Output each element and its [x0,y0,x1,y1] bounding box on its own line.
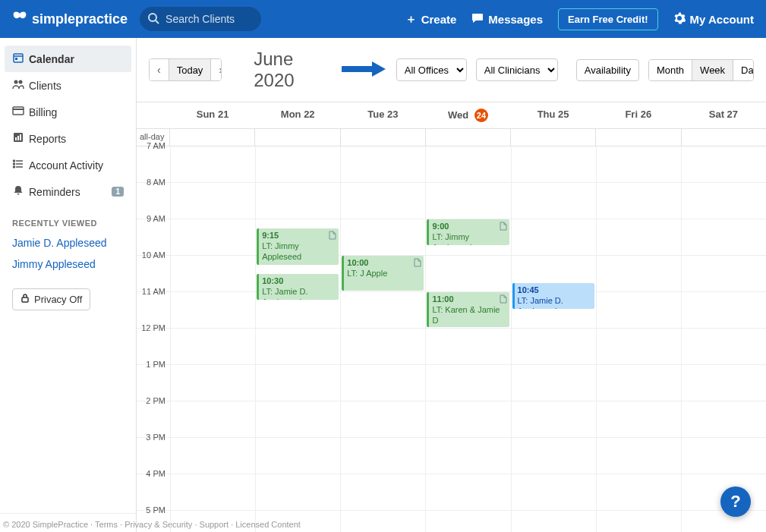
chevron-right-icon: › [219,64,222,76]
chat-icon [471,12,484,27]
document-icon [329,231,336,243]
messages-button[interactable]: Messages [471,12,543,27]
calendar-body: 7 AM8 AM9 AM10 AM11 AM12 PM1 PM2 PM3 PM4… [137,146,766,532]
sidebar-item-label: Clients [29,80,61,92]
view-week[interactable]: Week [692,60,733,80]
arrow-annotation-icon [342,60,387,80]
allday-cell[interactable] [595,129,680,146]
allday-cell[interactable] [425,129,510,146]
calendar-event[interactable]: 10:30LT: Jamie D. Appleseed [257,274,339,300]
hour-label: 1 PM [137,360,170,395]
event-label: LT: J Apple [347,269,387,278]
hour-label: 10 AM [137,250,170,286]
earn-credit-button[interactable]: Earn Free Credit! [558,8,657,30]
sidebar-item-reminders[interactable]: Reminders1 [0,178,136,205]
recent-link[interactable]: Jimmy Appleseed [0,253,136,275]
today-button[interactable]: Today [169,59,211,80]
event-label: LT: Jimmy Appleseed [262,241,301,261]
hour-label: 4 PM [137,469,170,505]
event-label: LT: Jamie D. Appleseed [262,287,307,300]
topbar-right: ＋ Create Messages Earn Free Credit! My A… [405,8,754,30]
availability-button[interactable]: Availability [576,59,639,81]
recently-viewed-label: RECENTLY VIEWED [0,205,136,232]
hour-label: 2 PM [137,396,170,432]
document-icon [414,258,421,270]
svg-rect-19 [22,297,28,302]
brand-logo[interactable]: simplepractice [12,11,128,27]
event-time: 10:30 [262,276,336,287]
calendar-event[interactable]: 10:00LT: J Apple [342,256,424,291]
office-filter[interactable]: All Offices [396,58,467,81]
document-icon [500,222,507,234]
day-header: Wed 24 [425,102,510,128]
svg-rect-8 [13,109,24,110]
allday-cell[interactable] [510,129,595,146]
butterfly-icon [12,11,27,27]
calendar-event[interactable]: 9:00LT: Jimmy Appleseed [427,219,509,245]
view-switcher: Month Week Day [648,59,754,81]
allday-cell[interactable] [340,129,425,146]
recent-link[interactable]: Jamie D. Appleseed [0,232,136,253]
day-column: 9:00LT: Jimmy Appleseed11:00LT: Karen & … [425,146,510,532]
people-icon [12,78,29,93]
sidebar-item-reports[interactable]: Reports [0,125,136,152]
hour-label: 5 PM [137,505,170,532]
help-button[interactable]: ? [720,486,751,517]
sidebar-item-billing[interactable]: Billing [0,99,136,125]
hour-label: 7 AM [137,141,170,177]
event-time: 10:00 [347,258,421,269]
sidebar-item-label: Reports [29,133,66,145]
my-account-button[interactable]: My Account [673,12,754,27]
day-header: Sun 21 [170,102,255,128]
hour-label: 12 PM [137,323,170,359]
today-badge: 24 [474,109,488,122]
sidebar-item-account-activity[interactable]: Account Activity [0,152,136,178]
view-day[interactable]: Day [733,60,754,80]
svg-point-17 [14,163,15,165]
sidebar-item-label: Account Activity [29,159,103,172]
event-label: LT: Karen & Jamie D [432,305,500,325]
svg-rect-7 [13,107,24,115]
card-icon [12,105,29,119]
allday-cell[interactable] [170,129,254,146]
calendar: Sun 21Mon 22Tue 23Wed 24Thu 25Fri 26Sat … [137,102,766,532]
privacy-label: Privacy Off [34,294,82,305]
sidebar-item-label: Calendar [29,53,74,65]
sidebar: CalendarClientsBillingReportsAccount Act… [0,38,137,532]
next-button[interactable]: › [210,59,222,80]
day-column [170,146,255,532]
prev-button[interactable]: ‹ [150,59,169,80]
day-header: Thu 25 [511,102,596,128]
allday-cell[interactable] [254,129,339,146]
create-button[interactable]: ＋ Create [405,12,457,27]
calendar-event[interactable]: 9:15LT: Jimmy Appleseed [257,228,339,265]
calendar-event[interactable]: 11:00LT: Karen & Jamie D [427,292,509,327]
sidebar-item-clients[interactable]: Clients [0,72,136,99]
calendar-title: June 2020 [254,49,329,91]
search-icon [147,12,159,27]
footer: © 2020 SimplePractice · Terms · Privacy … [0,513,136,532]
event-time: 10:45 [518,285,591,296]
svg-point-18 [14,166,15,168]
view-month[interactable]: Month [649,60,692,80]
nav-button-group: ‹ Today › [149,58,222,81]
allday-cell[interactable] [681,129,766,146]
brand-name: simplepractice [32,11,128,27]
svg-rect-10 [15,137,17,140]
privacy-toggle[interactable]: Privacy Off [12,288,90,310]
event-label: LT: Jamie D. Appleseed [518,296,563,309]
topbar: simplepractice ＋ Create Messages Earn Fr… [0,0,766,38]
sidebar-item-label: Reminders [29,186,80,198]
hour-label: 9 AM [137,214,170,250]
calendar-event[interactable]: 10:45LT: Jamie D. Appleseed [512,283,594,309]
day-header-row: Sun 21Mon 22Tue 23Wed 24Thu 25Fri 26Sat … [137,102,766,129]
layout: CalendarClientsBillingReportsAccount Act… [0,38,766,532]
messages-label: Messages [488,13,543,26]
svg-rect-11 [17,136,19,140]
clinician-filter[interactable]: All Clinicians [476,58,558,81]
svg-rect-12 [20,134,21,140]
day-column [596,146,681,532]
day-header: Sat 27 [681,102,766,128]
sidebar-item-calendar[interactable]: Calendar [5,46,131,72]
bell-icon [12,184,29,199]
